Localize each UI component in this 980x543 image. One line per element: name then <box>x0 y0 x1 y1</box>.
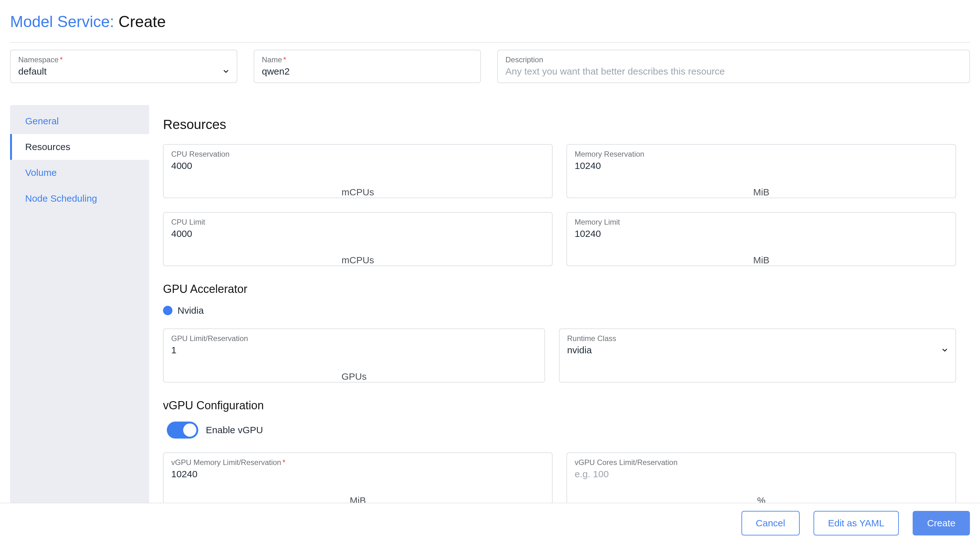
runtime-class-value: nvidia <box>567 345 942 356</box>
footer-bar: Cancel Edit as YAML Create <box>0 503 980 543</box>
tab-resources[interactable]: Resources <box>10 134 149 160</box>
memory-limit-input[interactable] <box>575 229 948 239</box>
tab-volume[interactable]: Volume <box>10 160 149 186</box>
description-input[interactable] <box>506 66 962 77</box>
vgpu-cores-input[interactable] <box>575 469 948 479</box>
page-title-prefix: Model Service: <box>10 13 114 30</box>
side-tabs: General Resources Volume Node Scheduling <box>10 105 149 529</box>
content-panel: Resources CPU Reservation mCPUs Memory R… <box>149 105 970 529</box>
main-area: General Resources Volume Node Scheduling… <box>10 105 970 529</box>
memory-limit-unit: MiB <box>567 255 955 265</box>
gpu-limit-unit: GPUs <box>164 371 544 382</box>
enable-vgpu-label: Enable vGPU <box>206 425 263 435</box>
tab-general[interactable]: General <box>10 108 149 134</box>
tab-label: Resources <box>25 141 70 152</box>
memory-limit-label: Memory Limit <box>575 218 948 227</box>
gpu-vendor-label: Nvidia <box>178 305 204 316</box>
cpu-limit-unit: mCPUs <box>164 255 552 265</box>
vgpu-cores-field[interactable]: vGPU Cores Limit/Reservation % <box>566 452 956 506</box>
section-title-gpu: GPU Accelerator <box>163 283 956 296</box>
runtime-class-label: Runtime Class <box>567 334 948 343</box>
cpu-reservation-label: CPU Reservation <box>171 150 544 159</box>
page-title: Model Service: Create <box>10 13 970 31</box>
memory-reservation-field[interactable]: Memory Reservation MiB <box>566 144 956 198</box>
edit-as-yaml-button[interactable]: Edit as YAML <box>813 511 899 535</box>
namespace-select[interactable]: Namespace* default <box>10 50 237 83</box>
cancel-button[interactable]: Cancel <box>741 511 800 535</box>
vgpu-cores-label: vGPU Cores Limit/Reservation <box>575 458 948 467</box>
memory-reservation-input[interactable] <box>575 160 948 171</box>
tab-label: Volume <box>25 167 57 178</box>
cpu-reservation-field[interactable]: CPU Reservation mCPUs <box>163 144 553 198</box>
description-field[interactable]: Description <box>497 50 970 83</box>
create-button[interactable]: Create <box>913 511 970 535</box>
gpu-limit-label: GPU Limit/Reservation <box>171 334 537 343</box>
memory-reservation-label: Memory Reservation <box>575 150 948 159</box>
gpu-limit-input[interactable] <box>171 345 537 356</box>
vgpu-memory-label: vGPU Memory Limit/Reservation* <box>171 458 544 467</box>
page-title-suffix: Create <box>119 13 166 30</box>
gpu-limit-field[interactable]: GPU Limit/Reservation GPUs <box>163 329 545 383</box>
toggle-knob-icon <box>183 424 196 437</box>
tab-label: General <box>25 116 59 126</box>
chevron-down-icon <box>942 347 948 353</box>
section-title-resources: Resources <box>163 117 956 132</box>
runtime-class-select[interactable]: Runtime Class nvidia <box>559 329 956 383</box>
namespace-label: Namespace* <box>18 56 229 64</box>
chevron-down-icon <box>223 68 229 75</box>
name-label: Name* <box>262 56 473 64</box>
cpu-limit-label: CPU Limit <box>171 218 544 227</box>
section-title-vgpu: vGPU Configuration <box>163 399 956 412</box>
radio-selected-icon <box>163 306 172 315</box>
cpu-reservation-unit: mCPUs <box>164 187 552 198</box>
gpu-vendor-radio[interactable]: Nvidia <box>163 305 956 316</box>
description-label: Description <box>506 56 962 64</box>
vgpu-memory-input[interactable] <box>171 469 544 479</box>
tab-label: Node Scheduling <box>25 193 97 203</box>
vgpu-memory-field[interactable]: vGPU Memory Limit/Reservation* MiB <box>163 452 553 506</box>
tab-node-scheduling[interactable]: Node Scheduling <box>10 186 149 211</box>
name-field[interactable]: Name* <box>254 50 481 83</box>
enable-vgpu-toggle[interactable] <box>167 422 198 438</box>
header-divider <box>10 42 970 43</box>
memory-limit-field[interactable]: Memory Limit MiB <box>566 212 956 266</box>
cpu-limit-field[interactable]: CPU Limit mCPUs <box>163 212 553 266</box>
memory-reservation-unit: MiB <box>567 187 955 198</box>
name-input[interactable] <box>262 66 473 77</box>
top-fields-row: Namespace* default Name* Description <box>10 50 970 83</box>
cpu-limit-input[interactable] <box>171 229 544 239</box>
cpu-reservation-input[interactable] <box>171 160 544 171</box>
namespace-value: default <box>18 66 223 77</box>
